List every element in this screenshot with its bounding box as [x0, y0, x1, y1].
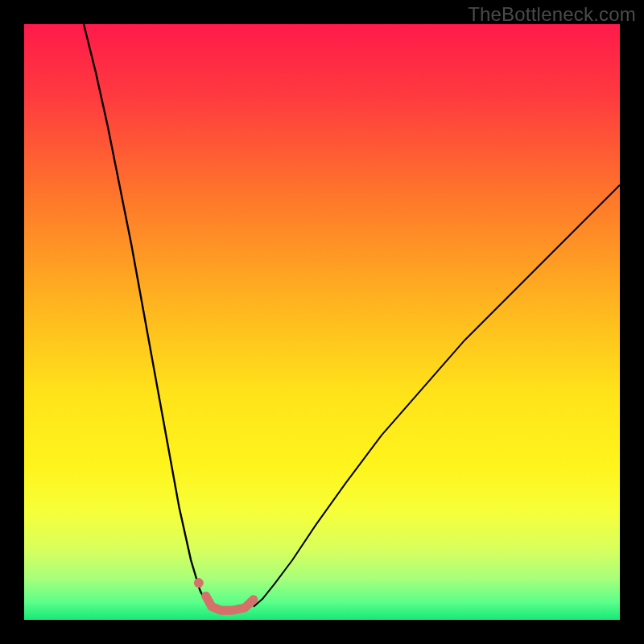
series-right-curve [254, 185, 620, 607]
watermark-text: TheBottleneck.com [468, 3, 636, 26]
series-dot-marker [194, 578, 204, 588]
curve-overlay [24, 24, 620, 620]
series-floor-marker [206, 596, 254, 610]
gradient-plot-area [24, 24, 620, 620]
series-left-curve [84, 24, 212, 607]
outer-black-frame: TheBottleneck.com [0, 0, 644, 644]
